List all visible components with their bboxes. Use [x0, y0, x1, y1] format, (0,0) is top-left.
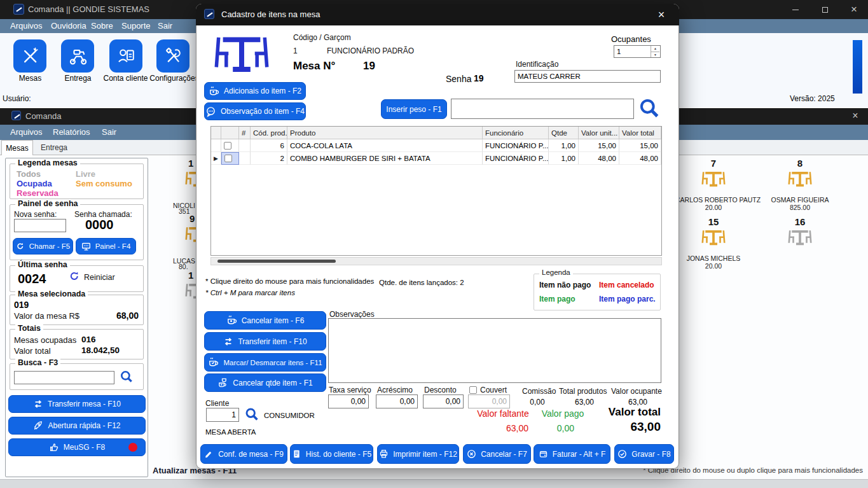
grid-header-produto[interactable]: Produto: [287, 127, 483, 139]
table-icon: [785, 227, 815, 250]
acrescimo-label: Acréscimo: [377, 386, 413, 394]
grid-header-hash[interactable]: #: [239, 127, 251, 139]
menu-sobre[interactable]: Sobre: [86, 19, 118, 32]
legend-item-nao-pago: Item não pago: [539, 281, 591, 289]
grid-header-valor-unit[interactable]: Valor unit...: [579, 127, 619, 139]
cliente-label: Cliente: [205, 399, 229, 408]
minimize-button[interactable]: [783, 1, 808, 18]
valor-ocupante-label: Valor ocupante: [611, 387, 662, 396]
conf-mesa-button[interactable]: Conf. de mesa - F9: [200, 444, 287, 464]
reiniciar-icon: [69, 270, 80, 284]
transferir-item-button[interactable]: Transferir item - F10: [204, 332, 326, 351]
cancelar-item-button[interactable]: Cancelar item - F6: [204, 311, 326, 330]
window-bottom-strip: [0, 479, 868, 488]
desconto-input[interactable]: [423, 394, 464, 408]
transferir-mesa-button[interactable]: Transferir mesa - F10: [8, 395, 146, 413]
spinner-up-button[interactable]: ▲: [651, 46, 659, 52]
mesa-item-7[interactable]: 7 CARLOS ROBERTO PAUTZ 20.00: [675, 158, 752, 211]
cancelar-button[interactable]: Cancelar - F7: [463, 444, 531, 464]
sidebar-panel: Legenda mesas Todos Livre Ocupada Sem co…: [5, 158, 148, 477]
mesa-n-value: 19: [363, 60, 375, 73]
inserir-peso-button[interactable]: Inserir peso - F1: [381, 99, 447, 119]
spinner-down-button[interactable]: ▼: [651, 52, 659, 57]
user-label: Usuário:: [3, 94, 31, 103]
gravar-button[interactable]: Gravar - F8: [614, 444, 674, 464]
close-button[interactable]: ×: [841, 1, 867, 18]
cell-qtde: 1,00: [549, 139, 579, 152]
menu-suporte[interactable]: Suporte: [116, 19, 156, 32]
chamar-button[interactable]: Chamar - F5: [13, 238, 73, 254]
comanda-close-button[interactable]: ×: [843, 108, 868, 123]
meusg-button[interactable]: MeuSG - F8: [8, 438, 146, 456]
painel-button[interactable]: Painel - F4: [76, 238, 136, 254]
legend-livre: Livre: [76, 169, 95, 179]
tab-entrega[interactable]: Entrega: [34, 140, 74, 155]
observacao-item-button[interactable]: Observação do item - F4: [204, 102, 306, 120]
valor-mesa-value: 68,00: [93, 310, 139, 321]
marcar-desmarcar-label: Marcar/ Desmarcar itens - F11: [223, 359, 322, 366]
toolbar-conta-cliente-button[interactable]: [109, 39, 142, 73]
faturar-button[interactable]: Faturar - Alt + F: [534, 444, 610, 464]
cancelar-qtde-label: Cancelar qtde item - F1: [233, 379, 312, 387]
couvert-input[interactable]: [468, 394, 510, 408]
table-row[interactable]: 6 COCA-COLA LATA FUNCIONÁRIO P... 1,00 1…: [211, 139, 661, 152]
table-icon: [698, 169, 729, 192]
grid-header-cod[interactable]: Cód. prod...: [251, 127, 287, 139]
row-checkbox[interactable]: [224, 155, 232, 162]
mesa-item-8[interactable]: 8 OSMAR FIGUEIRA 825.00: [762, 158, 838, 211]
abertura-rapida-button[interactable]: Abertura rápida - F12: [8, 417, 146, 435]
cancelar-qtde-button[interactable]: Cancelar qtde item - F1: [204, 373, 326, 392]
menu-arquivos[interactable]: Arquivos: [5, 19, 48, 32]
identificacao-input[interactable]: [514, 70, 661, 83]
reiniciar-button[interactable]: Reiniciar: [84, 273, 115, 282]
imprimir-item-button[interactable]: Imprimir item - F12: [377, 444, 459, 464]
table-row[interactable]: ▶ 2 COMBO HAMBURGER DE SIRI + BATATA FUN…: [211, 152, 661, 165]
produto-search-icon[interactable]: [638, 97, 661, 122]
toolbar-mesas-button[interactable]: [13, 39, 46, 73]
scrollbar-thumb[interactable]: [217, 260, 336, 263]
menu-ouvidoria[interactable]: Ouvidoria: [46, 19, 92, 32]
items-grid: # Cód. prod... Produto Funcionário Qtde …: [210, 126, 662, 256]
nova-senha-input[interactable]: [14, 219, 66, 232]
comanda-menu-relatorios[interactable]: Relatórios: [48, 125, 95, 139]
observacoes-textarea[interactable]: [328, 318, 661, 383]
ocupantes-spinner[interactable]: 1 ▲ ▼: [614, 45, 661, 58]
acrescimo-input[interactable]: [376, 394, 418, 408]
couvert-checkbox[interactable]: [469, 386, 477, 394]
cliente-search-icon[interactable]: [244, 407, 259, 424]
busca-search-icon[interactable]: [120, 370, 134, 386]
legenda-mesas-group: Legenda mesas Todos Livre Ocupada Sem co…: [10, 164, 144, 199]
mesa-item-16[interactable]: 16: [762, 216, 838, 253]
row-checkbox[interactable]: [224, 142, 231, 150]
ultima-senha-title: Última senha: [15, 260, 70, 269]
hist-cliente-button[interactable]: Hist. do cliente - F5: [290, 444, 373, 464]
toolbar-entrega-button[interactable]: [61, 39, 94, 73]
comanda-menu-sair[interactable]: Sair: [97, 125, 121, 139]
cliente-nome-value: CONSUMIDOR: [264, 412, 315, 419]
rocket-icon: [33, 421, 43, 431]
modal-close-button[interactable]: ×: [649, 6, 674, 23]
mesa-item-15[interactable]: 15 JONAS MICHELS 20.00: [675, 216, 752, 270]
adicionais-item-button[interactable]: Adicionais do item - F2: [204, 82, 306, 100]
maximize-button[interactable]: [812, 1, 837, 18]
client-account-icon: [115, 45, 137, 67]
grid-header-funcionario[interactable]: Funcionário: [483, 127, 549, 139]
grid-header-valor-total[interactable]: Valor total: [619, 127, 661, 139]
cell-produto: COMBO HAMBURGER DE SIRI + BATATA: [287, 152, 483, 165]
produto-search-input[interactable]: [451, 99, 634, 119]
cell-produto: COCA-COLA LATA: [287, 139, 483, 152]
tab-mesas[interactable]: Mesas: [1, 140, 33, 155]
valor-pago-label: Valor pago: [540, 408, 586, 419]
taxa-servico-input[interactable]: [328, 394, 369, 408]
faturar-label: Faturar - Alt + F: [553, 450, 606, 459]
thumbs-up-icon: [49, 442, 59, 452]
grid-horizontal-scrollbar[interactable]: [210, 257, 662, 265]
busca-input[interactable]: [14, 371, 114, 384]
menu-sair[interactable]: Sair: [153, 19, 177, 32]
grid-header-qtde[interactable]: Qtde: [549, 127, 579, 139]
marcar-desmarcar-button[interactable]: Marcar/ Desmarcar itens - F11: [204, 353, 326, 372]
comanda-menu-arquivos[interactable]: Arquivos: [5, 125, 48, 139]
toolbar-configuracoes-button[interactable]: [156, 39, 189, 73]
printer-icon: [379, 449, 389, 459]
cliente-cod-input[interactable]: [206, 408, 239, 422]
